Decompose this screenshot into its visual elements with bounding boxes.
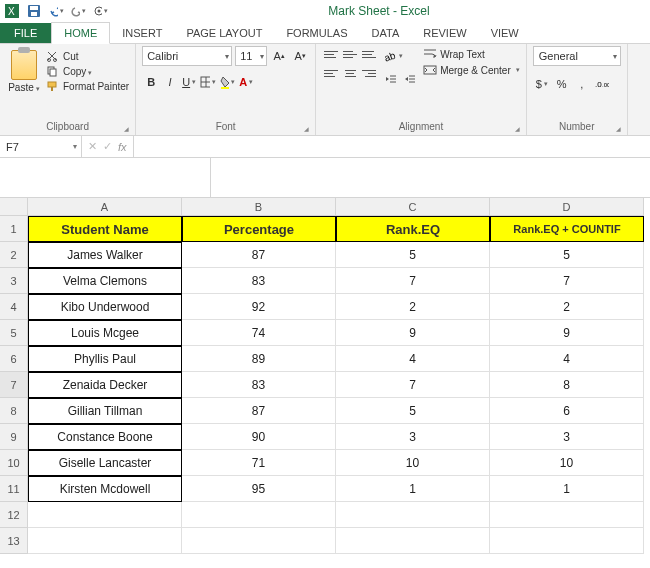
format-painter-button[interactable]: Format Painter bbox=[46, 80, 129, 92]
row-header[interactable]: 5 bbox=[0, 320, 28, 346]
fx-icon[interactable]: fx bbox=[118, 141, 127, 153]
cell-rankcount[interactable]: 8 bbox=[490, 372, 644, 398]
cell-student-name[interactable]: James Walker bbox=[28, 242, 182, 268]
cell-rankcount[interactable]: 2 bbox=[490, 294, 644, 320]
cell-percentage[interactable]: 95 bbox=[182, 476, 336, 502]
comma-format-button[interactable]: , bbox=[573, 74, 591, 94]
cell-rankcount[interactable]: 10 bbox=[490, 450, 644, 476]
row-header[interactable]: 3 bbox=[0, 268, 28, 294]
cell-rankeq[interactable]: 4 bbox=[336, 346, 490, 372]
align-bottom-icon[interactable] bbox=[360, 46, 378, 62]
cell-empty[interactable] bbox=[28, 528, 182, 554]
cell-student-name[interactable]: Velma Clemons bbox=[28, 268, 182, 294]
increase-decimal-icon[interactable]: .0.00 bbox=[593, 74, 611, 94]
align-middle-icon[interactable] bbox=[341, 46, 359, 62]
paste-button[interactable]: Paste bbox=[6, 46, 42, 93]
copy-button[interactable]: Copy bbox=[46, 65, 129, 77]
row-header[interactable]: 1 bbox=[0, 216, 28, 242]
increase-indent-icon[interactable] bbox=[401, 69, 419, 89]
cell-empty[interactable] bbox=[490, 502, 644, 528]
percent-format-button[interactable]: % bbox=[553, 74, 571, 94]
cell-rankcount[interactable]: 3 bbox=[490, 424, 644, 450]
cell-rankcount[interactable]: 9 bbox=[490, 320, 644, 346]
accounting-format-button[interactable]: $ bbox=[533, 74, 551, 94]
cell-student-name[interactable]: Zenaida Decker bbox=[28, 372, 182, 398]
tab-insert[interactable]: INSERT bbox=[110, 23, 174, 43]
cancel-formula-icon[interactable]: ✕ bbox=[88, 140, 97, 153]
name-box[interactable]: F7 bbox=[0, 136, 82, 157]
cell-rankeq[interactable]: 5 bbox=[336, 398, 490, 424]
cell-empty[interactable] bbox=[490, 528, 644, 554]
row-header[interactable]: 4 bbox=[0, 294, 28, 320]
cell-rankeq[interactable]: 9 bbox=[336, 320, 490, 346]
header-percentage[interactable]: Percentage bbox=[182, 216, 336, 242]
cell-empty[interactable] bbox=[336, 502, 490, 528]
cell-rankeq[interactable]: 10 bbox=[336, 450, 490, 476]
spreadsheet-grid[interactable]: A B C D 1 Student Name Percentage Rank.E… bbox=[0, 198, 650, 554]
cell-empty[interactable] bbox=[182, 502, 336, 528]
cell-rankeq[interactable]: 2 bbox=[336, 294, 490, 320]
column-header-d[interactable]: D bbox=[490, 198, 644, 216]
cell-rankcount[interactable]: 7 bbox=[490, 268, 644, 294]
cell-rankeq[interactable]: 7 bbox=[336, 372, 490, 398]
tab-data[interactable]: DATA bbox=[360, 23, 412, 43]
cell-empty[interactable] bbox=[336, 528, 490, 554]
header-rankeq[interactable]: Rank.EQ bbox=[336, 216, 490, 242]
row-header[interactable]: 6 bbox=[0, 346, 28, 372]
underline-button[interactable]: U bbox=[180, 72, 198, 92]
header-rankeq-countif[interactable]: Rank.EQ + COUNTIF bbox=[490, 216, 644, 242]
number-format-select[interactable]: General▾ bbox=[533, 46, 621, 66]
cell-empty[interactable] bbox=[182, 528, 336, 554]
font-color-button[interactable]: A bbox=[237, 72, 255, 92]
merge-center-button[interactable]: Merge & Center bbox=[423, 64, 520, 76]
cell-rankeq[interactable]: 1 bbox=[336, 476, 490, 502]
increase-font-icon[interactable]: A▴ bbox=[270, 46, 288, 66]
cell-student-name[interactable]: Phyllis Paul bbox=[28, 346, 182, 372]
cell-percentage[interactable]: 74 bbox=[182, 320, 336, 346]
cell-empty[interactable] bbox=[28, 502, 182, 528]
formula-expand-box[interactable] bbox=[210, 158, 650, 197]
cell-rankcount[interactable]: 6 bbox=[490, 398, 644, 424]
cell-percentage[interactable]: 90 bbox=[182, 424, 336, 450]
cell-student-name[interactable]: Giselle Lancaster bbox=[28, 450, 182, 476]
wrap-text-button[interactable]: Wrap Text bbox=[423, 48, 520, 60]
redo-icon[interactable] bbox=[70, 3, 86, 19]
row-header[interactable]: 7 bbox=[0, 372, 28, 398]
italic-button[interactable]: I bbox=[161, 72, 179, 92]
tab-review[interactable]: REVIEW bbox=[411, 23, 478, 43]
row-header[interactable]: 12 bbox=[0, 502, 28, 528]
orientation-button[interactable]: ab bbox=[382, 46, 404, 66]
cell-rankcount[interactable]: 1 bbox=[490, 476, 644, 502]
cell-student-name[interactable]: Gillian Tillman bbox=[28, 398, 182, 424]
cell-rankeq[interactable]: 7 bbox=[336, 268, 490, 294]
font-size-select[interactable]: 11▾ bbox=[235, 46, 267, 66]
cell-student-name[interactable]: Louis Mcgee bbox=[28, 320, 182, 346]
cell-percentage[interactable]: 87 bbox=[182, 242, 336, 268]
column-header-b[interactable]: B bbox=[182, 198, 336, 216]
align-top-icon[interactable] bbox=[322, 46, 340, 62]
row-header[interactable]: 11 bbox=[0, 476, 28, 502]
cell-percentage[interactable]: 83 bbox=[182, 372, 336, 398]
row-header[interactable]: 13 bbox=[0, 528, 28, 554]
align-center-icon[interactable] bbox=[341, 65, 359, 81]
cell-rankeq[interactable]: 5 bbox=[336, 242, 490, 268]
bold-button[interactable]: B bbox=[142, 72, 160, 92]
row-header[interactable]: 2 bbox=[0, 242, 28, 268]
tab-file[interactable]: FILE bbox=[0, 23, 51, 43]
border-button[interactable] bbox=[199, 72, 217, 92]
tab-view[interactable]: VIEW bbox=[479, 23, 531, 43]
align-left-icon[interactable] bbox=[322, 65, 340, 81]
select-all-corner[interactable] bbox=[0, 198, 28, 216]
cell-rankeq[interactable]: 3 bbox=[336, 424, 490, 450]
row-header[interactable]: 10 bbox=[0, 450, 28, 476]
header-student-name[interactable]: Student Name bbox=[28, 216, 182, 242]
row-header[interactable]: 9 bbox=[0, 424, 28, 450]
cell-percentage[interactable]: 71 bbox=[182, 450, 336, 476]
column-header-a[interactable]: A bbox=[28, 198, 182, 216]
enter-formula-icon[interactable]: ✓ bbox=[103, 140, 112, 153]
cut-button[interactable]: Cut bbox=[46, 50, 129, 62]
font-name-select[interactable]: Calibri▾ bbox=[142, 46, 232, 66]
touch-mode-icon[interactable] bbox=[92, 3, 108, 19]
tab-home[interactable]: HOME bbox=[51, 22, 110, 44]
column-header-c[interactable]: C bbox=[336, 198, 490, 216]
